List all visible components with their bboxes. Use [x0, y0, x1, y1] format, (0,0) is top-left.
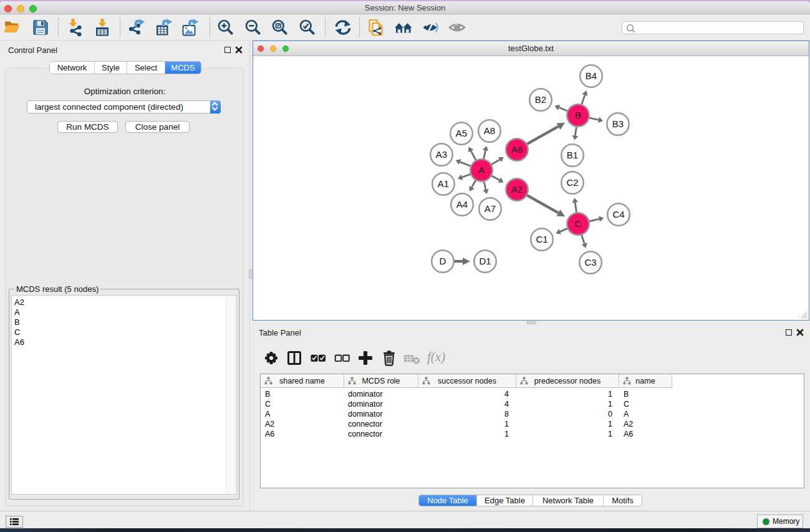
svg-text:B2: B2 [535, 94, 546, 105]
svg-text:B4: B4 [586, 70, 597, 81]
svg-text:B: B [575, 110, 581, 120]
svg-text:C3: C3 [584, 257, 596, 268]
svg-text:C1: C1 [536, 234, 547, 244]
svg-text:C4: C4 [612, 209, 624, 220]
svg-text:A5: A5 [456, 128, 467, 138]
svg-text:C: C [575, 218, 582, 229]
svg-text:A1: A1 [438, 178, 449, 189]
svg-text:D1: D1 [479, 256, 491, 266]
svg-text:D: D [440, 256, 446, 266]
svg-text:A8: A8 [484, 125, 495, 136]
svg-text:A6: A6 [511, 144, 523, 155]
svg-text:A3: A3 [436, 149, 447, 160]
svg-text:A2: A2 [511, 184, 523, 195]
svg-text:C2: C2 [566, 177, 578, 188]
svg-text:A4: A4 [456, 199, 468, 210]
svg-text:B1: B1 [567, 150, 578, 160]
svg-text:A: A [478, 165, 485, 175]
svg-text:B3: B3 [612, 118, 624, 129]
svg-text:A7: A7 [485, 203, 496, 214]
